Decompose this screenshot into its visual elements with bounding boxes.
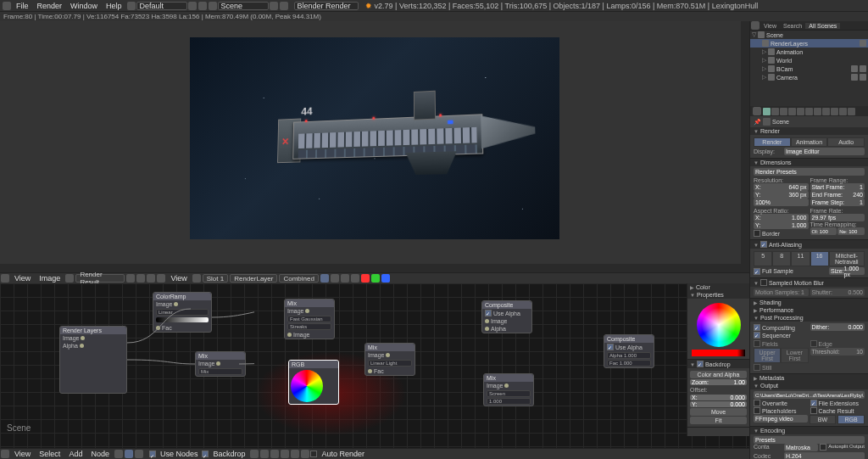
properties-editor-icon[interactable] — [753, 107, 761, 115]
color-bw-button[interactable]: BW — [810, 415, 837, 424]
snap-icon[interactable] — [281, 450, 289, 458]
frame-step-field[interactable]: Frame Step:1 — [810, 199, 865, 206]
menu-render[interactable]: Render — [33, 2, 67, 10]
context-render-tab[interactable] — [763, 108, 771, 115]
info-editor-icon[interactable] — [3, 2, 11, 10]
aa-5-button[interactable]: 5 — [754, 251, 772, 266]
channel-alpha-icon[interactable] — [341, 274, 349, 283]
menu-file[interactable]: File — [12, 2, 33, 10]
node-menu-view[interactable]: View — [10, 450, 35, 458]
fileext-checkbox[interactable] — [810, 400, 817, 406]
paste-icon[interactable] — [301, 450, 309, 458]
render-animation-button[interactable]: Animation — [791, 137, 828, 147]
colorramp-node[interactable]: ColorRamp Image Linear Fac — [153, 292, 212, 333]
glare-node[interactable]: Mix Image Fast Gaussian Streaks Image — [284, 299, 335, 339]
channel-rgba-icon[interactable] — [320, 274, 329, 283]
mblur-shutter-field[interactable]: Shutter:0.500 — [810, 288, 865, 296]
render-icon[interactable] — [860, 74, 866, 81]
backdrop-zoom-field[interactable]: Zoom:1.00 — [690, 379, 747, 385]
image-editor-viewport[interactable]: 44 — [0, 21, 749, 272]
tree-type-shader-icon[interactable] — [114, 450, 123, 458]
outliner-item-animation[interactable]: ▷Animation — [750, 48, 868, 56]
encoding-section-header[interactable]: Encoding — [750, 427, 868, 434]
render-button[interactable]: Render — [754, 137, 791, 147]
post-section-header[interactable]: Post Processing — [750, 314, 868, 322]
edge-threshold-field[interactable]: Threshold:10 — [810, 348, 865, 355]
icon-c[interactable] — [157, 274, 165, 283]
outliner-view-menu[interactable]: View — [760, 23, 780, 29]
aspect-x-field[interactable]: X:1.000 — [754, 214, 809, 221]
ramp-gradient[interactable] — [156, 317, 209, 322]
pin-context-icon[interactable]: 📌 — [754, 119, 761, 126]
sequencer-checkbox[interactable] — [754, 332, 760, 339]
backdrop-checkbox[interactable] — [202, 451, 209, 457]
render-presets-dropdown[interactable]: Render Presets — [754, 168, 865, 176]
menu-help[interactable]: Help — [102, 2, 126, 10]
icon-a[interactable] — [136, 274, 145, 283]
aa-11-button[interactable]: 11 — [791, 251, 810, 266]
outliner-type-icon[interactable] — [751, 21, 760, 30]
icon-b[interactable] — [147, 274, 155, 283]
full-sample-checkbox[interactable] — [754, 268, 760, 275]
resolution-x-field[interactable]: X:640 px — [754, 183, 809, 191]
aa-size-field[interactable]: Size:1.000 px — [829, 267, 865, 275]
placeholders-checkbox[interactable] — [754, 407, 760, 414]
editor-type-icon[interactable] — [1, 274, 9, 283]
render-icon[interactable] — [860, 65, 866, 72]
shading-section-header[interactable]: Shading — [750, 299, 868, 306]
end-frame-field[interactable]: End Frame:240 — [810, 191, 865, 199]
eye-icon[interactable] — [851, 65, 858, 72]
fields-checkbox[interactable] — [754, 340, 760, 347]
performance-section-header[interactable]: Performance — [750, 306, 868, 314]
render-section-header[interactable]: Render — [750, 127, 868, 135]
outliner-item-scene[interactable]: ▽Scene — [750, 31, 868, 39]
pin-icon[interactable] — [126, 274, 135, 283]
render-engine-dropdown[interactable]: Blender Render — [294, 2, 359, 10]
outliner-item-renderlayers[interactable]: RenderLayers — [750, 39, 868, 48]
overwrite-checkbox[interactable] — [754, 400, 760, 406]
context-world-tab[interactable] — [780, 108, 787, 115]
time-new-field[interactable]: Ne: 100 — [837, 227, 865, 235]
codec-dropdown[interactable]: H.264 — [784, 452, 865, 459]
mix-linearlight-node[interactable]: Mix Image Linear Light Fac — [364, 343, 415, 376]
display-mode-dropdown[interactable]: Image Editor — [784, 148, 865, 155]
rerender-icon[interactable] — [260, 450, 269, 458]
layout-del-icon[interactable] — [198, 2, 207, 10]
outliner-item-bcam[interactable]: ▷BCam — [750, 64, 868, 73]
channel-rgb-icon[interactable] — [331, 274, 339, 283]
outliner-search-menu[interactable]: Search — [780, 23, 805, 29]
layout-prev-icon[interactable] — [127, 2, 136, 10]
aa-16-button[interactable]: 16 — [810, 251, 829, 266]
lower-first-button[interactable]: Lower First — [781, 348, 808, 363]
img-menu-image[interactable]: Image — [35, 274, 64, 283]
compositing-checkbox[interactable] — [754, 324, 760, 331]
border-checkbox[interactable] — [754, 230, 760, 237]
go-parent-icon[interactable] — [270, 450, 279, 458]
img-menu-view2[interactable]: View — [166, 274, 191, 283]
color-picker-wheel[interactable] — [697, 303, 741, 347]
mblur-samples-field[interactable]: Motion Samples: 1 — [754, 288, 809, 296]
still-checkbox[interactable] — [754, 364, 760, 371]
start-frame-field[interactable]: Start Frame:1 — [810, 183, 865, 191]
tree-type-composite-icon[interactable] — [125, 450, 133, 458]
render-audio-button[interactable]: Audio — [827, 137, 865, 147]
node-editor-viewport[interactable]: Render Layers Image Alpha ColorRamp Imag… — [0, 283, 749, 448]
eye-icon[interactable] — [851, 74, 858, 81]
aa-section-header[interactable]: Anti-Aliasing — [750, 240, 868, 249]
resolution-pct-field[interactable]: 100% — [754, 199, 809, 206]
mblur-enable-checkbox[interactable] — [760, 279, 767, 286]
pass-dropdown[interactable]: Combined — [279, 274, 318, 283]
context-object-tab[interactable] — [788, 108, 796, 115]
tree-type-texture-icon[interactable] — [135, 450, 143, 458]
backdrop-offset-y[interactable]: Y:0.000 — [690, 401, 747, 407]
icon-d[interactable] — [192, 274, 201, 283]
scene-add-icon[interactable] — [270, 2, 278, 10]
file-format-dropdown[interactable]: FFmpeg video — [754, 415, 808, 423]
node-menu-add[interactable]: Add — [64, 450, 86, 458]
backdrop-mode-dropdown[interactable]: Color and Alpha — [690, 371, 747, 378]
context-physics-tab[interactable] — [848, 108, 855, 115]
composite-node[interactable]: Composite Use Alpha Image Alpha — [481, 300, 532, 333]
mblur-section-header[interactable]: Sampled Motion Blur — [750, 278, 868, 287]
output-path-field[interactable]: C:\Users\BenLo\OneDri...d\TestArena\LexF… — [754, 391, 865, 399]
context-particle-tab[interactable] — [839, 108, 847, 115]
